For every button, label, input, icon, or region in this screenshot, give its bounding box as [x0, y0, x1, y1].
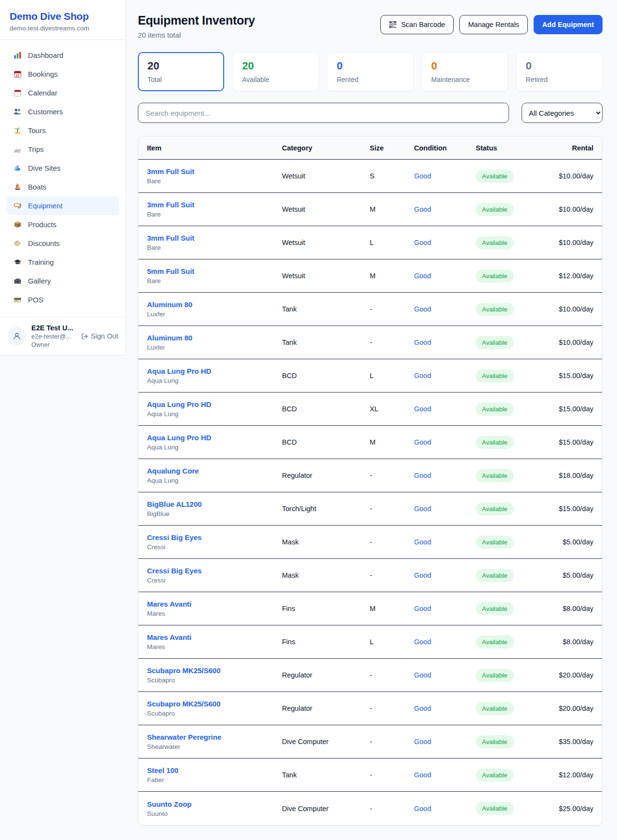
table-row[interactable]: Aqua Lung Pro HD Aqua Lung BCD L Good Av… [138, 359, 602, 393]
condition-link[interactable]: Good [414, 538, 431, 546]
sidebar-item-trips[interactable]: Trips [7, 140, 119, 159]
table-row[interactable]: Aqualung Core Aqua Lung Regulator - Good… [138, 459, 602, 492]
sidebar-item-discounts[interactable]: Discounts [7, 234, 119, 253]
condition-link[interactable]: Good [414, 605, 431, 612]
sidebar-item-customers[interactable]: Customers [7, 102, 119, 121]
item-size: - [370, 472, 414, 479]
shop-name[interactable]: Demo Dive Shop [10, 11, 116, 22]
item-name-link[interactable]: Scubapro MK25/S600 [147, 700, 282, 708]
condition-link[interactable]: Good [414, 305, 431, 313]
stat-card-retired[interactable]: 0 Retired [516, 52, 603, 91]
manage-rentals-button[interactable]: Manage Rentals [459, 15, 528, 34]
condition-link[interactable]: Good [414, 571, 431, 579]
category-filter-select[interactable]: All Categories [522, 103, 603, 123]
item-name-link[interactable]: 3mm Full Suit [147, 201, 282, 209]
table-row[interactable]: Aqua Lung Pro HD Aqua Lung BCD XL Good A… [138, 393, 602, 426]
status-badge: Available [476, 536, 514, 549]
table-row[interactable]: 3mm Full Suit Bare Wetsuit M Good Availa… [138, 193, 602, 226]
item-brand: Scubapro [147, 710, 282, 717]
item-name-link[interactable]: 5mm Full Suit [147, 267, 282, 275]
table-row[interactable]: Mares Avanti Mares Fins L Good Available… [138, 625, 602, 659]
sidebar-item-training[interactable]: Training [7, 253, 119, 271]
sidebar-item-bookings[interactable]: 17 Bookings [7, 65, 119, 83]
table-row[interactable]: 3mm Full Suit Bare Wetsuit S Good Availa… [138, 160, 602, 193]
status-badge: Available [476, 336, 514, 349]
item-name-link[interactable]: Aluminum 80 [147, 334, 282, 342]
column-header-condition: Condition [414, 144, 476, 152]
table-row[interactable]: BigBlue AL1200 BigBlue Torch/Light - Goo… [138, 492, 602, 526]
sidebar-item-calendar[interactable]: Calendar [7, 83, 119, 102]
item-name-link[interactable]: 3mm Full Suit [147, 234, 282, 242]
item-rental-price: $15.00/day [537, 405, 593, 413]
stat-card-rented[interactable]: 0 Rented [327, 52, 413, 91]
sidebar-item-equipment[interactable]: Equipment [7, 196, 119, 215]
condition-link[interactable]: Good [414, 472, 431, 479]
sign-out-button[interactable]: Sign Out [81, 332, 118, 340]
item-size: L [370, 372, 414, 379]
item-name-link[interactable]: Mares Avanti [147, 633, 282, 641]
stat-card-maintenance[interactable]: 0 Maintenance [422, 52, 508, 91]
table-row[interactable]: Aluminum 80 Luxfer Tank - Good Available… [138, 326, 602, 359]
scan-barcode-button[interactable]: Scan Barcode [380, 15, 454, 34]
condition-link[interactable]: Good [414, 172, 431, 180]
table-row[interactable]: Scubapro MK25/S600 Scubapro Regulator - … [138, 659, 602, 692]
item-brand: Bare [147, 244, 282, 251]
stat-card-total[interactable]: 20 Total [138, 52, 224, 91]
item-rental-price: $8.00/day [537, 605, 593, 612]
table-row[interactable]: Aqua Lung Pro HD Aqua Lung BCD M Good Av… [138, 426, 602, 459]
search-input[interactable] [138, 103, 509, 123]
condition-link[interactable]: Good [414, 405, 431, 413]
sidebar: Demo Dive Shop demo.test.divestreams.com… [0, 0, 126, 355]
table-row[interactable]: Mares Avanti Mares Fins M Good Available… [138, 592, 602, 625]
table-row[interactable]: Cressi Big Eyes Cressi Mask - Good Avail… [138, 526, 602, 559]
condition-link[interactable]: Good [414, 771, 431, 779]
item-name-link[interactable]: Aqua Lung Pro HD [147, 367, 282, 375]
table-row[interactable]: 5mm Full Suit Bare Wetsuit M Good Availa… [138, 259, 602, 293]
condition-link[interactable]: Good [414, 738, 431, 745]
table-row[interactable]: Steel 100 Faber Tank - Good Available $1… [138, 759, 602, 792]
condition-link[interactable]: Good [414, 438, 431, 446]
item-brand: Bare [147, 211, 282, 218]
table-row[interactable]: Suunto Zoop Suunto Dive Computer - Good … [138, 792, 602, 825]
sidebar-item-boats[interactable]: Boats [7, 177, 119, 196]
condition-link[interactable]: Good [414, 505, 431, 513]
sidebar-item-gallery[interactable]: Gallery [7, 271, 119, 290]
stat-card-available[interactable]: 20 Available [232, 52, 319, 91]
condition-link[interactable]: Good [414, 339, 431, 346]
item-category: Fins [282, 605, 370, 612]
condition-link[interactable]: Good [414, 671, 431, 679]
add-equipment-button[interactable]: Add Equipment [534, 15, 603, 34]
condition-link[interactable]: Good [414, 205, 431, 213]
sidebar-item-dashboard[interactable]: Dashboard [7, 46, 119, 65]
condition-link[interactable]: Good [414, 272, 431, 280]
table-row[interactable]: Aluminum 80 Luxfer Tank - Good Available… [138, 293, 602, 326]
table-row[interactable]: Scubapro MK25/S600 Scubapro Regulator - … [138, 692, 602, 725]
item-name-link[interactable]: Cressi Big Eyes [147, 567, 282, 575]
condition-link[interactable]: Good [414, 705, 431, 712]
table-row[interactable]: 3mm Full Suit Bare Wetsuit L Good Availa… [138, 226, 602, 259]
item-name-link[interactable]: BigBlue AL1200 [147, 500, 282, 508]
sidebar-item-pos[interactable]: POS [7, 290, 119, 309]
status-badge: Available [476, 669, 514, 682]
item-name-link[interactable]: Cressi Big Eyes [147, 533, 282, 542]
condition-link[interactable]: Good [414, 805, 431, 813]
condition-link[interactable]: Good [414, 638, 431, 646]
item-name-link[interactable]: Shearwater Peregrine [147, 733, 282, 741]
sidebar-item-products[interactable]: Products [7, 215, 119, 234]
item-name-link[interactable]: Aqua Lung Pro HD [147, 434, 282, 442]
item-name-link[interactable]: Aluminum 80 [147, 300, 282, 309]
item-brand: Aqua Lung [147, 477, 282, 484]
item-name-link[interactable]: Aqua Lung Pro HD [147, 400, 282, 408]
table-row[interactable]: Cressi Big Eyes Cressi Mask - Good Avail… [138, 559, 602, 592]
sidebar-item-tours[interactable]: Tours [7, 121, 119, 140]
item-name-link[interactable]: Steel 100 [147, 766, 282, 774]
sidebar-item-dive-sites[interactable]: Dive Sites [7, 159, 119, 177]
item-name-link[interactable]: Mares Avanti [147, 600, 282, 608]
item-name-link[interactable]: 3mm Full Suit [147, 167, 282, 176]
item-name-link[interactable]: Scubapro MK25/S600 [147, 666, 282, 675]
table-row[interactable]: Shearwater Peregrine Shearwater Dive Com… [138, 725, 602, 759]
condition-link[interactable]: Good [414, 239, 431, 246]
item-name-link[interactable]: Aqualung Core [147, 467, 282, 475]
condition-link[interactable]: Good [414, 372, 431, 379]
item-name-link[interactable]: Suunto Zoop [147, 800, 282, 808]
